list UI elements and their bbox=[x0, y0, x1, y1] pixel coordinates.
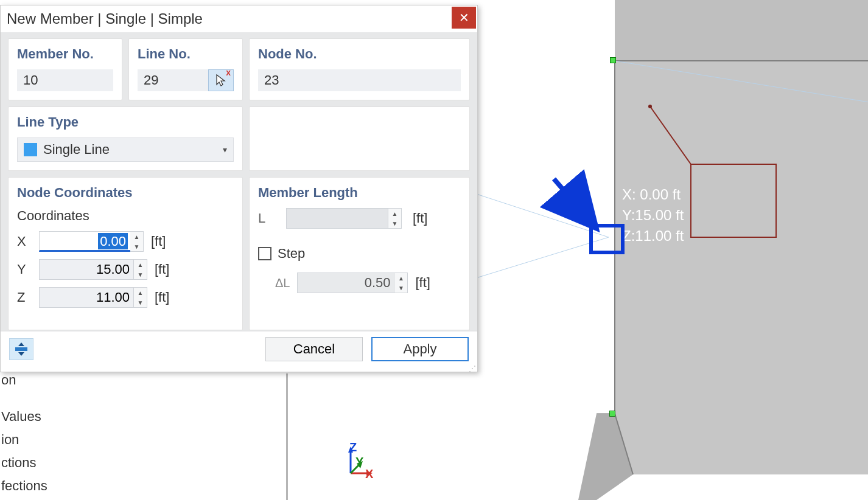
coordinate-system-triad: Z Y X bbox=[335, 445, 371, 482]
spin-up-icon[interactable]: ▲ bbox=[388, 209, 401, 218]
line-type-label: Line Type bbox=[17, 114, 234, 130]
svg-line-19 bbox=[554, 179, 590, 221]
spin-down-icon[interactable]: ▼ bbox=[388, 218, 401, 228]
member-length-label: Member Length bbox=[258, 185, 461, 201]
svg-marker-1 bbox=[615, 61, 868, 474]
coord-z-unit: [ft] bbox=[155, 290, 169, 305]
length-L-input[interactable] bbox=[286, 208, 388, 229]
pick-line-button[interactable]: x bbox=[208, 69, 234, 91]
delta-L-label: ΔL bbox=[275, 276, 290, 290]
spin-up-icon[interactable]: ▲ bbox=[394, 273, 407, 283]
background-titlebar-fragment bbox=[0, 0, 189, 1]
spin-up-icon[interactable]: ▲ bbox=[134, 288, 147, 297]
node-no-label: Node No. bbox=[258, 46, 461, 62]
node-marker-bottom bbox=[609, 411, 615, 417]
spin-up-icon[interactable]: ▲ bbox=[130, 232, 143, 241]
axis-label-y: Y bbox=[355, 455, 363, 469]
line-type-combo[interactable]: Single Line ▾ bbox=[17, 137, 234, 162]
spin-down-icon[interactable]: ▼ bbox=[134, 269, 147, 279]
step-checkbox[interactable] bbox=[258, 247, 271, 260]
coord-z-spinner[interactable]: ▲▼ bbox=[39, 287, 147, 308]
node-coordinates-label: Node Coordinates bbox=[17, 185, 234, 201]
line-type-panel: Line Type Single Line ▾ bbox=[8, 106, 243, 171]
svg-marker-21 bbox=[18, 342, 24, 346]
length-L-spinner[interactable]: ▲▼ bbox=[286, 208, 402, 229]
coord-y-spinner[interactable]: ▲▼ bbox=[39, 259, 147, 280]
cursor-arrow-icon bbox=[215, 74, 227, 87]
annotation-arrow bbox=[548, 173, 609, 249]
spin-down-icon[interactable]: ▼ bbox=[130, 241, 143, 251]
section-icon bbox=[13, 342, 29, 356]
dialog-titlebar[interactable]: New Member | Single | Simple ✕ bbox=[1, 5, 477, 32]
resize-grip[interactable]: ⋰ bbox=[469, 367, 475, 370]
axis-label-x: X bbox=[365, 467, 373, 481]
panel-splitter[interactable] bbox=[286, 373, 288, 500]
coord-z-input[interactable] bbox=[39, 287, 134, 308]
delta-L-unit: [ft] bbox=[415, 275, 430, 291]
axis-label-z: Z bbox=[349, 440, 357, 454]
line-no-field[interactable]: 29 bbox=[138, 69, 208, 91]
line-type-value: Single Line bbox=[43, 142, 217, 158]
line-no-panel: Line No. 29 x bbox=[128, 38, 243, 100]
cancel-button[interactable]: Cancel bbox=[265, 337, 363, 361]
dialog-title: New Member | Single | Simple bbox=[7, 10, 452, 27]
step-label: Step bbox=[278, 246, 305, 262]
empty-panel bbox=[249, 106, 470, 171]
delta-L-spinner[interactable]: ▲▼ bbox=[297, 273, 408, 293]
cursor-coordinate-readout: X: 0.00 ft Y:15.00 ft Z:11.00 ft bbox=[622, 185, 684, 247]
svg-marker-22 bbox=[18, 352, 24, 356]
member-length-panel: Member Length L ▲▼ [ft] Step ΔL bbox=[249, 177, 470, 330]
spin-down-icon[interactable]: ▼ bbox=[134, 297, 147, 307]
coord-x-label: X bbox=[17, 234, 32, 249]
node-marker-top bbox=[610, 57, 616, 63]
close-icon: ✕ bbox=[459, 10, 469, 25]
coord-y-label: Y bbox=[17, 262, 32, 277]
apply-button[interactable]: Apply bbox=[371, 337, 469, 361]
coordinates-sublabel: Coordinates bbox=[17, 208, 234, 224]
coord-x-input[interactable] bbox=[39, 231, 134, 252]
coord-y-input[interactable] bbox=[39, 259, 134, 280]
member-no-label: Member No. bbox=[17, 46, 113, 62]
svg-marker-0 bbox=[615, 0, 868, 61]
pick-cancel-x-icon: x bbox=[226, 68, 231, 77]
close-button[interactable]: ✕ bbox=[452, 7, 476, 29]
length-L-unit: [ft] bbox=[413, 210, 427, 226]
spin-down-icon[interactable]: ▼ bbox=[394, 283, 407, 293]
member-no-field[interactable]: 10 bbox=[17, 69, 113, 91]
new-member-dialog: New Member | Single | Simple ✕ Member No… bbox=[0, 5, 478, 372]
svg-point-11 bbox=[648, 105, 652, 108]
coord-z-label: Z bbox=[17, 290, 32, 305]
node-no-field[interactable]: 23 bbox=[258, 69, 461, 91]
background-navigator-fragment: on Values ion ctions fections bbox=[0, 369, 47, 498]
node-no-panel: Node No. 23 bbox=[249, 38, 470, 100]
node-coordinates-panel: Node Coordinates Coordinates X 0.00 ▲▼ [… bbox=[8, 177, 243, 330]
spin-up-icon[interactable]: ▲ bbox=[134, 260, 147, 269]
svg-rect-20 bbox=[15, 347, 27, 351]
length-L-label: L bbox=[258, 210, 275, 226]
coord-x-unit: [ft] bbox=[151, 234, 166, 249]
line-no-label: Line No. bbox=[138, 46, 234, 62]
chevron-down-icon: ▾ bbox=[223, 145, 227, 155]
line-type-color-swatch bbox=[24, 143, 37, 156]
coord-x-spinner[interactable]: 0.00 ▲▼ bbox=[39, 231, 144, 252]
delta-L-input[interactable] bbox=[297, 273, 394, 293]
coord-y-unit: [ft] bbox=[155, 262, 169, 277]
section-view-button[interactable] bbox=[9, 338, 33, 360]
member-no-panel: Member No. 10 bbox=[8, 38, 122, 100]
